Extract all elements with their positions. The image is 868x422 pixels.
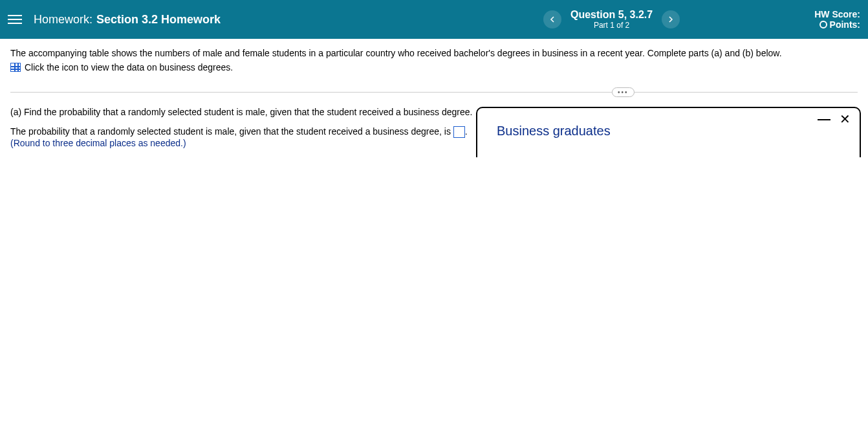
ellipsis-button[interactable]: ••• <box>612 87 635 97</box>
question-nav: Question 5, 3.2.7 Part 1 of 2 <box>543 9 680 30</box>
data-link-text: Click the icon to view the data on busin… <box>25 62 233 72</box>
content-area: The accompanying table shows the numbers… <box>0 39 868 157</box>
hamburger-menu-icon[interactable] <box>8 12 22 27</box>
table-icon <box>10 63 21 72</box>
answer-text-pre: The probability that a randomly selected… <box>10 126 453 137</box>
homework-title: Section 3.2 Homework <box>96 13 221 27</box>
round-hint: (Round to three decimal places as needed… <box>10 138 476 148</box>
answer-input[interactable] <box>453 126 465 138</box>
top-bar: Homework: Section 3.2 Homework Question … <box>0 0 868 39</box>
answer-text-post: . <box>465 126 468 137</box>
part-a-prompt: (a) Find the probability that a randomly… <box>10 107 476 117</box>
question-number: Question 5, 3.2.7 <box>570 9 653 21</box>
divider: ••• <box>10 92 858 93</box>
prev-question-button[interactable] <box>543 10 561 28</box>
popup-title: Business graduates <box>497 124 840 139</box>
data-popup: — ✕ Business graduates ⧉ Business degree… <box>476 107 861 157</box>
part-a: (a) Find the probability that a randomly… <box>10 107 476 148</box>
question-intro: The accompanying table shows the numbers… <box>10 48 858 58</box>
points-icon <box>819 21 827 28</box>
question-info: Question 5, 3.2.7 Part 1 of 2 <box>570 9 653 30</box>
next-question-button[interactable] <box>662 10 680 28</box>
points-label: Points: <box>830 19 860 30</box>
part-a-answer-line: The probability that a randomly selected… <box>10 126 476 138</box>
data-link-row[interactable]: Click the icon to view the data on busin… <box>10 62 858 72</box>
score-box: HW Score: Points: <box>814 9 860 30</box>
close-icon[interactable]: ✕ <box>840 115 851 124</box>
question-part: Part 1 of 2 <box>570 21 653 30</box>
hw-score-label: HW Score: <box>814 9 860 19</box>
minimize-icon[interactable]: — <box>818 115 830 124</box>
homework-label: Homework: <box>34 13 92 27</box>
